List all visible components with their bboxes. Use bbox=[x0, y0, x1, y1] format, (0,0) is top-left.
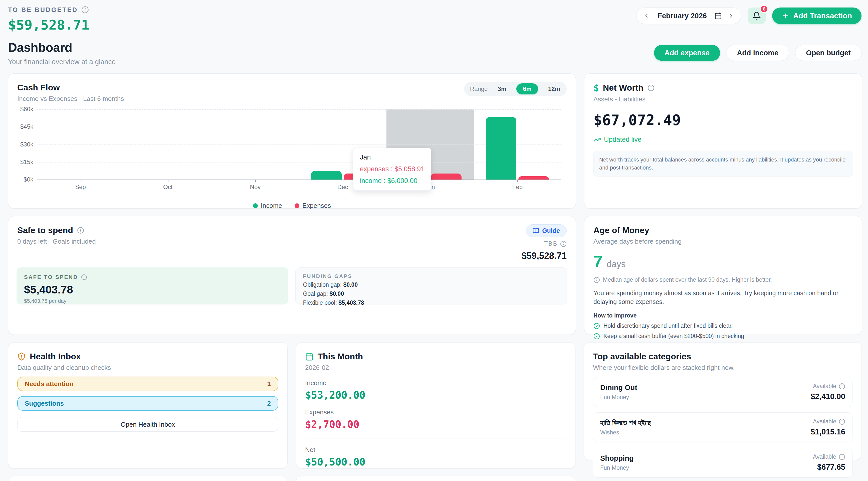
book-icon bbox=[533, 228, 539, 234]
gridline bbox=[37, 162, 561, 162]
needs-attention-row[interactable]: Needs attention 1 bbox=[17, 377, 278, 391]
category-name: Shopping bbox=[600, 454, 634, 462]
age-of-money-title: Age of Money bbox=[593, 226, 853, 235]
bar-expenses-feb[interactable] bbox=[518, 176, 549, 180]
safe-to-spend-per-day: $5,403.78 per day bbox=[24, 298, 281, 304]
tip-item: Keep a small cash buffer (even $200-$500… bbox=[593, 333, 853, 339]
info-icon[interactable] bbox=[839, 383, 845, 390]
range-option-3m[interactable]: 3m bbox=[494, 83, 510, 94]
y-axis-tick-label: $60k bbox=[17, 106, 33, 113]
category-group: Wishes bbox=[600, 429, 651, 436]
chevron-right-icon[interactable] bbox=[727, 12, 734, 19]
y-axis-tick-label: $15k bbox=[17, 158, 33, 166]
check-circle-icon bbox=[593, 323, 600, 329]
chevron-left-icon[interactable] bbox=[643, 12, 650, 19]
range-option-12m[interactable]: 12m bbox=[545, 83, 564, 94]
income-label: Income bbox=[305, 379, 566, 387]
y-axis-tick-label: $0k bbox=[17, 176, 33, 183]
add-expense-button[interactable]: Add expense bbox=[654, 45, 720, 61]
add-transaction-label: Add Transaction bbox=[793, 11, 852, 20]
net-label: Net bbox=[305, 446, 566, 454]
category-row[interactable]: Shopping Fun Money Available $677.65 bbox=[593, 448, 852, 478]
this-month-period: 2026-02 bbox=[305, 364, 566, 371]
gridline bbox=[37, 145, 561, 145]
tooltip-income: income : $6,000.00 bbox=[360, 177, 425, 185]
page-heading: Dashboard Your financial overview at a g… bbox=[0, 33, 868, 66]
calendar-icon[interactable] bbox=[714, 12, 722, 20]
tbb-value: $59,528.71 bbox=[522, 251, 567, 261]
age-of-money-message: You are spending money almost as soon as… bbox=[593, 289, 853, 306]
expenses-amount: $2,700.00 bbox=[305, 419, 566, 430]
safe-to-spend-card: Safe to spend 0 days left - Goals includ… bbox=[8, 216, 576, 335]
month-label: February 2026 bbox=[655, 12, 709, 20]
y-axis-line bbox=[37, 109, 37, 180]
suggestions-row[interactable]: Suggestions 2 bbox=[17, 396, 278, 411]
open-budget-button[interactable]: Open budget bbox=[795, 45, 862, 61]
cash-flow-card: Cash Flow Income vs Expenses · Last 6 mo… bbox=[8, 73, 576, 209]
info-icon[interactable] bbox=[77, 227, 84, 234]
legend-income[interactable]: Income bbox=[253, 202, 282, 210]
add-transaction-button[interactable]: Add Transaction bbox=[772, 7, 862, 24]
add-income-button[interactable]: Add income bbox=[726, 45, 789, 61]
top-categories-subtitle: Where your flexible dollars are stacked … bbox=[593, 364, 852, 371]
top-categories-title: Top available categories bbox=[593, 352, 852, 361]
info-icon bbox=[593, 277, 600, 283]
category-group: Fun Money bbox=[600, 394, 637, 401]
plus-icon bbox=[782, 12, 789, 20]
age-of-money-unit: days bbox=[607, 259, 626, 269]
safe-to-spend-amount: $5,403.78 bbox=[24, 283, 281, 296]
funding-gaps-label: FUNDING GAPS bbox=[303, 273, 560, 279]
info-icon[interactable] bbox=[81, 274, 87, 280]
bar-income-dec[interactable] bbox=[311, 171, 342, 180]
x-axis-tick-label: Oct bbox=[150, 184, 185, 190]
top-categories-card: Top available categories Where your flex… bbox=[584, 342, 862, 460]
spending-breakdown-card: Spending categories breakdown bbox=[296, 476, 576, 481]
tbb-block: TBB $59,528.71 bbox=[522, 240, 567, 261]
info-icon[interactable] bbox=[560, 241, 567, 247]
goal-gap-line: Goal gap: $0.00 bbox=[303, 291, 560, 297]
y-axis-tick-label: $45k bbox=[17, 123, 33, 130]
net-amount: $50,500.00 bbox=[305, 456, 566, 468]
info-icon[interactable] bbox=[839, 418, 845, 425]
expenses-label: Expenses bbox=[305, 409, 566, 416]
age-of-money-info: Median age of dollars spent over the las… bbox=[603, 276, 772, 283]
gridline bbox=[37, 127, 561, 127]
tooltip-expenses: expenses : $5,058.91 bbox=[360, 165, 425, 173]
trending-up-icon bbox=[593, 136, 601, 144]
chart-legend: Income Expenses bbox=[17, 202, 567, 210]
notifications-button[interactable]: 6 bbox=[748, 7, 766, 24]
how-to-improve-label: How to improve bbox=[593, 312, 853, 319]
info-icon[interactable] bbox=[839, 454, 845, 460]
category-row[interactable]: Dining Out Fun Money Available $2,410.00 bbox=[593, 377, 852, 407]
dollar-icon: $ bbox=[593, 83, 599, 93]
tip-item: Hold discretionary spend until after fix… bbox=[593, 323, 853, 329]
available-label: Available bbox=[813, 383, 836, 390]
gridline bbox=[37, 109, 561, 110]
guide-button[interactable]: Guide bbox=[526, 224, 567, 237]
page-title: Dashboard bbox=[8, 40, 116, 55]
info-icon[interactable] bbox=[648, 84, 654, 91]
info-icon[interactable] bbox=[81, 6, 89, 13]
net-worth-status: Updated live bbox=[604, 136, 642, 144]
obligation-gap-line: Obligation gap: $0.00 bbox=[303, 281, 560, 288]
check-circle-icon bbox=[593, 333, 600, 339]
cash-flow-chart[interactable]: Jan expenses : $5,058.91 income : $6,000… bbox=[17, 109, 567, 192]
top-bar: TO BE BUDGETED $59,528.71 February 2026 … bbox=[0, 0, 868, 33]
month-selector[interactable]: February 2026 bbox=[636, 7, 741, 24]
legend-expenses[interactable]: Expenses bbox=[294, 202, 331, 210]
bell-icon bbox=[752, 11, 761, 20]
divider bbox=[305, 438, 566, 439]
bar-income-feb[interactable] bbox=[486, 117, 516, 180]
net-worth-subtitle: Assets - Liabilities bbox=[593, 95, 853, 103]
category-name: Dining Out bbox=[600, 384, 637, 392]
funding-gaps-box: FUNDING GAPS Obligation gap: $0.00 Goal … bbox=[295, 267, 568, 304]
available-label: Available bbox=[813, 418, 836, 425]
x-axis-tick-label: Nov bbox=[238, 184, 273, 190]
open-health-inbox-button[interactable]: Open Health Inbox bbox=[17, 417, 278, 432]
range-option-6m[interactable]: 6m bbox=[516, 83, 538, 94]
bar-expenses-jan[interactable] bbox=[431, 174, 462, 180]
category-row[interactable]: হাতি কিনতে শখ হইছে Wishes Available $1,0… bbox=[593, 412, 852, 442]
category-amount: $677.65 bbox=[813, 463, 845, 472]
health-inbox-title: Health Inbox bbox=[30, 352, 81, 361]
legend-income-label: Income bbox=[261, 202, 282, 210]
